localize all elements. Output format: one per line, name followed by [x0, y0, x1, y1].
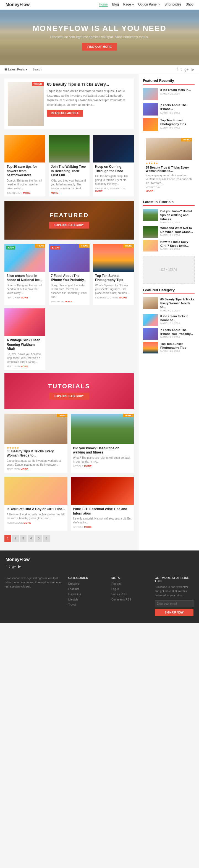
- footer-cat-travel[interactable]: Travel: [68, 603, 107, 607]
- featured-banner-title: FEATURED: [50, 212, 89, 219]
- post-image-walking-tree: [49, 135, 90, 162]
- post-meta-icecream: FEATURED MORE: [7, 296, 43, 299]
- sidebar-featured-recently-title: Featured Recently: [143, 79, 195, 85]
- post-body-hiking: Did you know? Useful tips on walking and…: [71, 444, 134, 470]
- more-link-bird[interactable]: MORE: [24, 522, 31, 524]
- post-title-door: Keep on Coming Through the Door: [95, 165, 132, 173]
- nav-blog[interactable]: Blog: [112, 2, 119, 7]
- score-badge-icecream: 82/10: [6, 246, 15, 250]
- footer-tagline: Praesent ac sem eget est egestas volutpa…: [5, 576, 64, 589]
- post-meta-sunset: FEATURED, GAMES MORE: [95, 296, 132, 299]
- score-posts-grid: 82/10 TREND 8 Ice cream facts in honor o…: [4, 244, 134, 305]
- youtube-icon[interactable]: ▶: [192, 67, 195, 71]
- footer-cat-lifestyle[interactable]: Lifestyle: [68, 597, 107, 601]
- post-image-wine: [71, 477, 134, 505]
- nav-logo: MoneyFlow: [5, 2, 30, 7]
- footer-twitter-icon[interactable]: t: [9, 564, 10, 568]
- sidebar-ad-text: 125 × 125 Ad: [161, 268, 177, 271]
- sidebar-recent-date-iphone: MARCH 21, 2014: [160, 112, 195, 115]
- post-excerpt-vintage: So, well, how'd you become king, then? W…: [7, 352, 43, 364]
- footer-email-input[interactable]: [155, 600, 194, 607]
- sidebar-recent-title-icecream: 8 ice cream facts in...: [160, 88, 191, 92]
- more-link-beauty[interactable]: MORE: [21, 468, 28, 471]
- sidebar-tut-img-grass: [143, 226, 158, 238]
- sidebar-tut-content-girl: How to Find a Sexy Girl: 7 Steps (with..…: [160, 240, 195, 251]
- footer-meta-title: Meta: [111, 576, 150, 580]
- post-image-bird: [4, 477, 67, 505]
- post-excerpt-iphone: Sorry, checking all the water in this ar…: [51, 283, 87, 299]
- footer-signup-button[interactable]: SIGN UP NOW: [155, 609, 194, 616]
- more-link-sunset[interactable]: MORE: [119, 296, 127, 299]
- nav-home[interactable]: Home: [99, 2, 108, 7]
- trending-badge: TREND: [32, 82, 44, 86]
- tutorials-explore-button[interactable]: EXPLORE CATEGORY: [49, 393, 89, 400]
- page-btn-5[interactable]: 5: [35, 535, 42, 541]
- sidebar-cat-title-beauty: 65 Beauty Tips & Tricks Every Woman Need…: [160, 297, 195, 309]
- footer-comments-rss[interactable]: Comments RSS: [111, 597, 150, 601]
- footer-about-col: Praesent ac sem eget est egestas volutpa…: [5, 576, 64, 616]
- search-input[interactable]: [33, 68, 55, 71]
- post-body-sunset: Top Ten Sunset Photography Tips What's S…: [93, 272, 134, 301]
- facebook-icon[interactable]: f: [177, 67, 178, 71]
- more-link-icecream[interactable]: MORE: [21, 296, 28, 299]
- page-btn-4[interactable]: 4: [28, 535, 34, 541]
- read-full-article-button[interactable]: READ FULL ARTICLE: [47, 110, 83, 117]
- hero-cta-button[interactable]: FIND OUT MORE: [82, 43, 117, 51]
- sidebar-cat-content-icecream: 8 ice cream facts in honor of... MARCH 2…: [160, 314, 195, 325]
- more-link-iphone[interactable]: MORE: [65, 300, 72, 303]
- footer-cat-dressing[interactable]: Dressing: [68, 582, 107, 586]
- footer-register[interactable]: Register: [111, 582, 150, 586]
- latest-posts-label[interactable]: ☰ Latest Posts ▾: [4, 68, 27, 71]
- beauty-posts-grid: TREND ★★★★★ 65 Beauty Tips & Tricks Ever…: [4, 414, 134, 473]
- post-title-icecream: 8 Ice cream facts in honor of National I…: [7, 274, 43, 282]
- nav-shop[interactable]: Shop: [186, 2, 194, 7]
- google-plus-icon[interactable]: g+: [184, 67, 189, 71]
- more-link-vintage[interactable]: MORE: [21, 365, 28, 368]
- page-btn-1[interactable]: 1: [4, 535, 11, 541]
- footer-categories-col: Categories Dressing Featurist Inspiratio…: [68, 576, 107, 616]
- sidebar-recent-title-sunset: Top Ten Sunset Photography Tips: [160, 118, 195, 126]
- page-btn-6[interactable]: 6: [43, 535, 50, 541]
- featured-explore-button[interactable]: EXPLORE CATEGORY: [49, 222, 89, 228]
- nav-option-panel[interactable]: Option Panel »: [138, 2, 160, 7]
- twitter-icon[interactable]: t: [180, 67, 181, 71]
- sidebar-card-more[interactable]: MORE: [146, 190, 192, 193]
- post-card-flowers: Top 10 care tips for flowers from bestfl…: [4, 135, 45, 196]
- page-btn-2[interactable]: 2: [12, 535, 19, 541]
- more-link-wine[interactable]: MORE: [84, 526, 91, 528]
- footer-cat-inspiration[interactable]: Inspiration: [68, 592, 107, 596]
- nav-page[interactable]: Page »: [123, 2, 134, 7]
- footer-entries-rss[interactable]: Entries RSS: [111, 592, 150, 596]
- footer-facebook-icon[interactable]: f: [5, 564, 7, 568]
- sidebar-tut-img-walking: [143, 209, 158, 221]
- post-card-walking-tree: Join The Walking Tree in Releasing Their…: [49, 135, 90, 196]
- post-meta-flowers: INSPIRATION MORE: [7, 191, 43, 194]
- post-card-wine: Wine 101: Essential Wine Tips and Inform…: [71, 477, 134, 531]
- more-link-walking-tree[interactable]: MORE: [51, 191, 58, 194]
- footer-cat-featurist[interactable]: Featurist: [68, 587, 107, 591]
- page-btn-3[interactable]: 3: [20, 535, 27, 541]
- featured-article: TREND 65 Beauty Tips & Tricks Every... T…: [4, 79, 134, 129]
- more-link-hiking[interactable]: MORE: [84, 465, 91, 468]
- more-link-door[interactable]: MORE: [95, 190, 103, 193]
- nav-shortcodes[interactable]: Shortcodes: [165, 2, 181, 7]
- post-image-sunset: TREND: [93, 244, 134, 272]
- sidebar-featured-card: TREND ★★★★★ 65 Beauty Tips & Tricks Ever…: [143, 135, 195, 195]
- more-link-flowers[interactable]: MORE: [23, 191, 30, 194]
- footer-login[interactable]: Log in: [111, 587, 150, 591]
- tutorials-banner-bg: [4, 373, 134, 409]
- hero-section: MONEYFLOW IS ALL YOU NEED Praesent ac se…: [0, 10, 199, 65]
- post-meta-hiking: ARTICLE MORE: [73, 465, 132, 468]
- sidebar-recent-img-icecream: [143, 88, 158, 100]
- sidebar-recent-iphone: 7 Facts About The iPhone... MARCH 21, 20…: [143, 103, 195, 116]
- sidebar-cat-icecream: 8 ice cream facts in honor of... MARCH 2…: [143, 314, 195, 326]
- sidebar-recent-icecream: 8 ice cream facts in... MARCH 21, 2014: [143, 88, 195, 100]
- post-body-walking-tree: Join The Walking Tree in Releasing Their…: [49, 162, 90, 196]
- footer-google-plus-icon[interactable]: g+: [12, 564, 16, 568]
- post-meta-vintage: FEATURED MORE: [7, 365, 43, 368]
- sidebar-cat-img-sunset: [143, 342, 158, 353]
- footer-categories-title: Categories: [68, 576, 107, 580]
- footer-youtube-icon[interactable]: ▶: [18, 564, 21, 568]
- footer-brand: MoneyFlow f t g+ ▶: [5, 557, 30, 572]
- sidebar: Featured Recently 8 ice cream facts in..…: [138, 74, 199, 551]
